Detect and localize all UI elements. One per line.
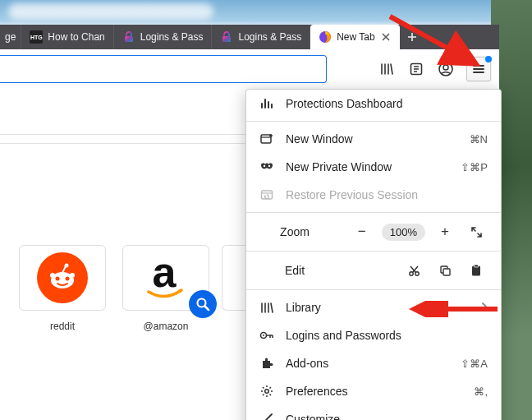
svg-point-16 — [268, 165, 270, 167]
menu-label: Protections Dashboard — [286, 97, 488, 110]
fullscreen-button[interactable] — [465, 220, 488, 243]
puzzle-icon — [259, 356, 274, 371]
desktop-sky — [0, 0, 532, 26]
tab-item[interactable]: Logins & Pass — [212, 25, 310, 49]
svg-point-15 — [264, 165, 265, 167]
svg-text:a: a — [153, 252, 177, 296]
menu-label: Customize… — [286, 413, 488, 420]
menu-new-window[interactable]: New Window ⌘N — [246, 125, 501, 153]
tab-label: New Tab — [337, 31, 374, 43]
menu-restore-session: Restore Previous Session — [246, 181, 501, 209]
menu-label: Add-ons — [286, 357, 449, 370]
svg-rect-23 — [475, 265, 479, 267]
separator-bar — [0, 134, 255, 144]
notification-dot — [450, 58, 456, 65]
window-plus-icon — [259, 132, 274, 146]
svg-rect-21 — [443, 269, 450, 275]
app-menu-button[interactable] — [466, 57, 491, 81]
menu-customize[interactable]: Customize… — [246, 405, 501, 420]
menu-separator — [246, 289, 501, 290]
menu-label: Restore Previous Session — [286, 188, 488, 201]
amazon-icon: a — [140, 252, 191, 303]
lock-gradient-icon — [122, 30, 135, 44]
app-menu-panel: Protections Dashboard New Window ⌘N New … — [245, 89, 502, 420]
svg-rect-1 — [222, 36, 231, 42]
chevron-right-icon — [481, 301, 488, 314]
mask-icon — [259, 159, 274, 174]
menu-label: New Private Window — [286, 160, 449, 173]
tab-item[interactable]: ge — [0, 25, 21, 49]
svg-rect-0 — [125, 36, 133, 42]
menu-shortcut: ⇧⌘P — [461, 161, 488, 173]
account-icon[interactable] — [437, 60, 455, 78]
site-label: reddit — [50, 321, 75, 332]
tab-label: Logins & Pass — [238, 31, 301, 43]
firefox-icon — [319, 30, 332, 44]
menu-shortcut: ⌘, — [474, 385, 488, 398]
svg-point-8 — [66, 277, 70, 281]
menu-shortcut: ⇧⌘A — [461, 358, 488, 370]
tab-item-active[interactable]: New Tab — [310, 25, 399, 49]
menu-label: Preferences — [286, 385, 462, 398]
zoom-label: Zoom — [259, 225, 317, 238]
menu-edit-row: Edit — [246, 255, 501, 286]
edit-label: Edit — [259, 264, 317, 277]
tab-label: Logins & Pass — [140, 31, 204, 43]
reddit-icon — [37, 252, 88, 303]
menu-label: Library — [286, 301, 470, 314]
menu-zoom-row: Zoom − 100% + — [246, 216, 501, 247]
menu-label: New Window — [286, 132, 458, 145]
svg-point-10 — [70, 273, 75, 278]
restore-icon — [259, 187, 274, 202]
svg-point-5 — [443, 65, 448, 70]
copy-button[interactable] — [433, 259, 456, 282]
top-site-partial[interactable] — [222, 245, 246, 332]
tab-item[interactable]: HTG How to Chan — [21, 25, 113, 49]
menu-label: Logins and Passwords — [286, 329, 488, 342]
paste-button[interactable] — [465, 259, 488, 282]
svg-point-7 — [56, 277, 60, 281]
search-badge-icon — [189, 290, 217, 318]
zoom-value[interactable]: 100% — [382, 224, 425, 241]
zoom-in-button[interactable]: + — [433, 220, 456, 243]
menu-shortcut: ⌘N — [470, 133, 488, 145]
menu-protections[interactable]: Protections Dashboard — [246, 90, 501, 118]
paintbrush-icon — [259, 412, 274, 420]
toolbar — [0, 49, 499, 89]
reader-icon[interactable] — [407, 60, 425, 78]
menu-new-private[interactable]: New Private Window ⇧⌘P — [246, 153, 501, 181]
top-site-amazon[interactable]: a @amazon — [118, 245, 213, 332]
gear-icon — [259, 384, 274, 399]
svg-point-11 — [65, 264, 69, 268]
tab-bar: ge HTG How to Chan Logins & Pass Logins … — [0, 25, 499, 49]
menu-separator — [246, 121, 501, 122]
tab-label: ge — [5, 31, 16, 43]
cut-button[interactable] — [402, 259, 425, 282]
site-tile: a — [122, 245, 209, 311]
menu-logins-passwords[interactable]: Logins and Passwords — [246, 321, 501, 349]
top-site-reddit[interactable]: reddit — [15, 245, 110, 332]
notification-dot — [485, 56, 492, 62]
svg-point-26 — [265, 390, 269, 394]
menu-separator — [246, 212, 501, 213]
menu-addons[interactable]: Add-ons ⇧⌘A — [246, 349, 501, 377]
library-icon — [259, 300, 274, 315]
htg-icon: HTG — [30, 30, 43, 44]
dashboard-icon — [259, 96, 274, 111]
svg-point-9 — [50, 273, 55, 278]
close-icon[interactable] — [380, 31, 392, 43]
new-tab-content: reddit a @amazon — [0, 89, 255, 420]
lock-gradient-icon — [220, 30, 233, 44]
site-label: @amazon — [144, 321, 189, 332]
key-icon — [259, 328, 274, 343]
menu-library[interactable]: Library — [246, 293, 501, 321]
library-icon[interactable] — [378, 60, 396, 78]
zoom-out-button[interactable]: − — [351, 220, 374, 243]
svg-point-25 — [263, 335, 264, 336]
site-tile — [222, 245, 246, 311]
tab-item[interactable]: Logins & Pass — [114, 25, 213, 49]
menu-separator — [246, 251, 501, 252]
new-tab-button[interactable] — [400, 25, 424, 49]
url-bar[interactable] — [0, 55, 327, 83]
menu-preferences[interactable]: Preferences ⌘, — [246, 377, 501, 405]
